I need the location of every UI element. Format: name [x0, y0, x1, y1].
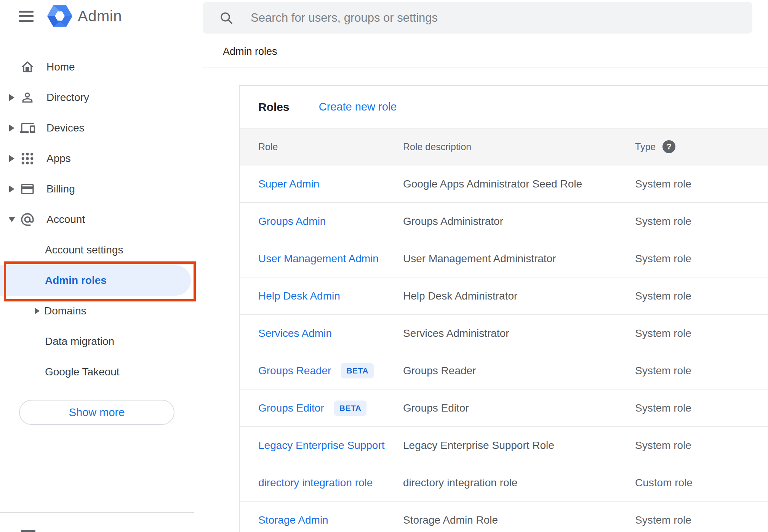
expand-down-icon[interactable]: [8, 217, 15, 222]
column-header-role: Role: [240, 141, 403, 152]
sidebar-item-label: Admin roles: [45, 274, 107, 287]
role-cell: Groups Editor BETA: [240, 401, 403, 416]
table-row: Groups Editor BETA Groups Editor System …: [240, 389, 768, 427]
column-header-type-label: Type: [635, 141, 656, 152]
role-link[interactable]: Storage Admin: [258, 514, 328, 526]
sidebar-item-label: Home: [46, 61, 75, 73]
role-description: Services Administrator: [403, 327, 635, 340]
roles-card: Roles Create new role Role Role descript…: [239, 85, 768, 532]
column-header-type: Type ?: [635, 140, 768, 153]
role-cell: Services Admin: [240, 327, 403, 340]
card-title: Roles: [258, 101, 290, 114]
app-title: Admin: [78, 8, 122, 25]
sidebar-item-home[interactable]: Home: [0, 52, 202, 82]
home-icon: [19, 59, 36, 75]
role-link[interactable]: directory integration role: [258, 477, 373, 489]
expand-right-icon[interactable]: [9, 186, 14, 192]
role-type: System role: [635, 290, 768, 302]
role-description: Groups Editor: [403, 402, 635, 414]
role-link[interactable]: Groups Reader: [258, 365, 331, 377]
sidebar-item-directory[interactable]: Directory: [0, 82, 202, 113]
role-description: Groups Reader: [403, 365, 635, 377]
role-type: System role: [635, 365, 768, 377]
role-type: System role: [635, 439, 768, 452]
main-content: Admin roles Roles Create new role Role R…: [202, 0, 768, 532]
search-bar[interactable]: [203, 2, 752, 34]
role-type: Custom role: [635, 477, 768, 489]
person-icon: [19, 90, 36, 105]
table-row: Legacy Enterprise Support Legacy Enterpr…: [240, 427, 768, 464]
apps-grid-icon: [19, 151, 36, 166]
sidebar-item-domains[interactable]: Domains: [0, 296, 202, 326]
table-row: Help Desk Admin Help Desk Administrator …: [240, 277, 768, 315]
search-icon[interactable]: [219, 10, 234, 26]
expand-right-icon[interactable]: [9, 155, 14, 162]
role-type: System role: [635, 178, 768, 190]
expand-right-icon[interactable]: [35, 308, 40, 314]
hamburger-menu-icon[interactable]: [19, 11, 34, 22]
sidebar-item-billing[interactable]: Billing: [0, 174, 202, 204]
sidebar-nav: Home Directory Devices: [0, 52, 202, 387]
role-cell: Help Desk Admin: [240, 290, 403, 302]
partial-sidebar-icon: [21, 530, 35, 532]
table-row: User Management Admin User Management Ad…: [240, 240, 768, 277]
role-cell: Groups Admin: [240, 215, 403, 228]
role-cell: directory integration role: [240, 477, 403, 489]
role-link[interactable]: User Management Admin: [258, 253, 379, 265]
admin-console-screen: Admin Home Directory: [0, 0, 768, 532]
role-cell: User Management Admin: [240, 253, 403, 265]
role-cell: Groups Reader BETA: [240, 363, 403, 378]
role-cell: Storage Admin: [240, 514, 403, 526]
column-header-description: Role description: [403, 141, 635, 152]
role-description: Legacy Enterprise Support Role: [403, 439, 635, 452]
sidebar-item-label: Account: [46, 213, 85, 226]
sidebar-item-account[interactable]: Account: [0, 204, 202, 235]
role-link[interactable]: Groups Admin: [258, 215, 326, 228]
role-description: Groups Administrator: [403, 215, 635, 228]
roles-table-body: Super Admin Google Apps Administrator Se…: [240, 165, 768, 532]
beta-badge: BETA: [341, 363, 374, 378]
table-row: Storage Admin Storage Admin Role System …: [240, 502, 768, 532]
sidebar-item-apps[interactable]: Apps: [0, 143, 202, 174]
sidebar-item-admin-roles[interactable]: Admin roles: [0, 265, 191, 296]
role-type: System role: [635, 253, 768, 265]
role-link[interactable]: Services Admin: [258, 327, 332, 340]
beta-badge: BETA: [334, 401, 367, 416]
table-row: Super Admin Google Apps Administrator Se…: [240, 165, 768, 203]
role-link[interactable]: Groups Editor: [258, 402, 324, 414]
credit-card-icon: [19, 181, 36, 197]
sidebar-item-label: Domains: [44, 305, 86, 317]
role-type: System role: [635, 514, 768, 526]
search-input[interactable]: [251, 11, 752, 25]
table-row: directory integration role directory int…: [240, 464, 768, 502]
sidebar-item-devices[interactable]: Devices: [0, 113, 202, 143]
role-type: System role: [635, 402, 768, 414]
expand-right-icon[interactable]: [9, 94, 14, 101]
sidebar-item-label: Apps: [46, 152, 71, 165]
role-link[interactable]: Super Admin: [258, 178, 319, 190]
sidebar-item-data-migration[interactable]: Data migration: [0, 326, 202, 357]
role-description: Google Apps Administrator Seed Role: [403, 178, 635, 190]
role-link[interactable]: Help Desk Admin: [258, 290, 340, 302]
roles-card-header: Roles Create new role: [240, 86, 768, 128]
sidebar-item-google-takeout[interactable]: Google Takeout: [0, 357, 202, 387]
admin-logo-icon: [47, 5, 72, 27]
sidebar-item-label: Account settings: [45, 244, 123, 256]
role-cell: Legacy Enterprise Support: [240, 439, 403, 452]
sidebar-item-account-settings[interactable]: Account settings: [0, 235, 202, 265]
at-sign-icon: [19, 212, 36, 227]
sidebar-item-label: Devices: [46, 122, 85, 134]
role-description: Storage Admin Role: [403, 514, 635, 526]
show-more-button[interactable]: Show more: [19, 400, 174, 425]
role-link[interactable]: Legacy Enterprise Support: [258, 439, 385, 452]
role-description: Help Desk Administrator: [403, 290, 635, 302]
breadcrumb: Admin roles: [223, 46, 277, 58]
role-description: User Management Administrator: [403, 253, 635, 265]
table-row: Groups Reader BETA Groups Reader System …: [240, 352, 768, 389]
header-divider: [202, 67, 768, 67]
expand-right-icon[interactable]: [9, 125, 14, 131]
table-row: Groups Admin Groups Administrator System…: [240, 203, 768, 240]
devices-icon: [19, 120, 36, 136]
create-new-role-link[interactable]: Create new role: [319, 101, 397, 113]
help-icon[interactable]: ?: [662, 140, 675, 153]
